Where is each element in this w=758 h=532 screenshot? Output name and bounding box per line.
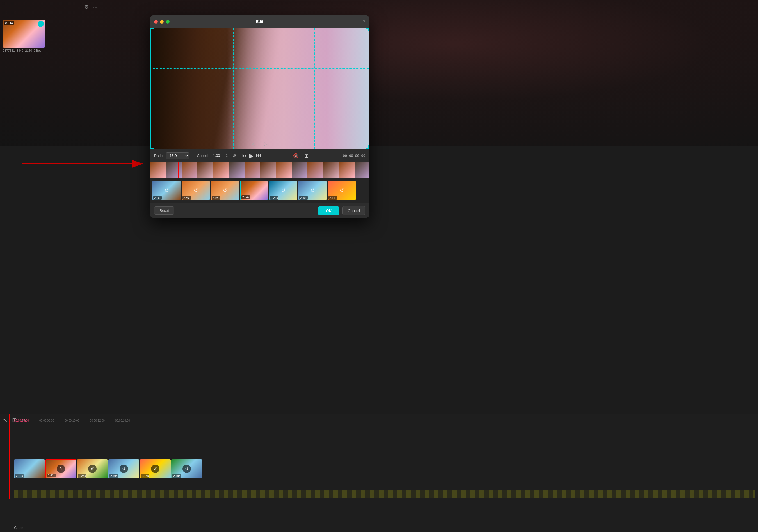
clip-duration-5: 2.44s (141, 474, 149, 478)
media-duration: 00:48 (4, 21, 14, 25)
thumb-2[interactable]: ↺ 2.56s (182, 181, 210, 200)
thumb-duration-2: 2.56s (183, 196, 191, 200)
timeline-clip-6[interactable]: ↺ 2.48s (171, 459, 202, 479)
clip-edit-icon: ✎ (57, 465, 65, 473)
clip-icon-5: ↺ (151, 465, 159, 473)
thumb-icon-1: ↺ (164, 187, 169, 194)
speed-down-button[interactable]: ▼ (226, 156, 228, 159)
filmstrip-frame-3 (182, 162, 197, 178)
ratio-label: Ratio (154, 154, 162, 158)
filter-icon[interactable]: ⚙ (84, 4, 89, 10)
thumb-4[interactable]: 2.64s (240, 181, 268, 200)
thumb-6[interactable]: ↺ 2.40s (298, 181, 327, 200)
filmstrip-frame-4 (197, 162, 213, 178)
thumb-1[interactable]: ↺ 2.16s (153, 181, 181, 200)
step-back-button[interactable]: ⏮ (242, 153, 247, 159)
volume-button[interactable]: 🔇 (293, 153, 299, 159)
reset-button[interactable]: Reset (154, 206, 174, 215)
crop-border[interactable] (150, 28, 369, 149)
speed-stepper[interactable]: ▲ ▼ (226, 153, 228, 159)
help-icon[interactable]: ? (363, 19, 365, 24)
crop-corner-tl[interactable] (151, 28, 154, 31)
more-icon[interactable]: ··· (93, 4, 97, 10)
clip-icon-6: ↺ (183, 465, 191, 473)
thumb-icon-3: ↺ (223, 187, 227, 194)
play-button[interactable]: ▶ (249, 152, 254, 160)
thumb-duration-4: 2.64s (241, 195, 250, 199)
seek-back-button[interactable]: ◁ (252, 141, 256, 147)
speed-up-button[interactable]: ▲ (226, 153, 228, 156)
top-toolbar: ⚙ ··· (84, 4, 97, 10)
audio-waveform (14, 490, 755, 498)
tick-1: 00:00:06:00 (14, 419, 39, 422)
filmstrip-frame-11 (307, 162, 323, 178)
audio-track (14, 490, 755, 498)
thumbnail-strip: ↺ 2.16s ↺ 2.56s ↺ 2.16s 2.64s ↺ 2.24s ↺ … (150, 178, 369, 203)
filmstrip-frame-9 (276, 162, 292, 178)
close-timeline-button[interactable]: Close (14, 525, 23, 530)
timeline-clip-3[interactable]: ↺ 2.24s (77, 459, 108, 479)
thumb-icon-2: ↺ (194, 187, 198, 194)
clip-icon-3: ↺ (88, 465, 97, 473)
filmstrip-frame-6 (229, 162, 245, 178)
crop-corner-bl[interactable] (151, 146, 154, 149)
tick-4: 00:00:12:00 (90, 419, 115, 422)
filmstrip (150, 162, 369, 178)
timeline-playhead (9, 414, 10, 499)
thumb-icon-6: ↺ (311, 187, 315, 194)
filmstrip-frame-5 (213, 162, 229, 178)
timeline-clip-2[interactable]: ✎ 2.64s (46, 459, 76, 479)
filmstrip-frame-8 (260, 162, 276, 178)
maximize-window-button[interactable] (166, 20, 170, 23)
crop-toggle-button[interactable]: ⊞ (304, 153, 309, 159)
timeline-clips: 2.16s ✎ 2.64s ↺ 2.24s ↺ 2.40s ↺ 2.44s (0, 459, 758, 482)
filmstrip-frame-12 (323, 162, 339, 178)
clip-duration-1: 2.16s (15, 474, 23, 478)
thumb-3[interactable]: ↺ 2.16s (211, 181, 239, 200)
minimize-window-button[interactable] (160, 20, 164, 23)
modal-controls: Ratio 16:9 Original 4:3 1:1 9:16 Speed 1… (150, 149, 369, 162)
speed-label: Speed (197, 154, 208, 158)
filmstrip-frame-1 (150, 162, 166, 178)
time-display: 00:00:00.00 (343, 154, 365, 158)
thumb-7[interactable]: ↺ 2.44s (327, 181, 356, 200)
thumb-duration-5: 2.24s (270, 196, 279, 200)
timeline-clip-5[interactable]: ↺ 2.44s (140, 459, 171, 479)
select-tool[interactable]: ↖ (3, 416, 8, 423)
clip-duration-4: 2.40s (110, 474, 118, 478)
filmstrip-playhead (178, 162, 179, 178)
left-panel: 00:48 ✓ 2377531_3840_2160_24fps (0, 17, 56, 55)
crop-corner-br[interactable] (365, 146, 369, 149)
edit-modal: Edit ? ◁ ▷ Ratio 16:9 (150, 16, 369, 218)
step-forward-button[interactable]: ⏭ (256, 153, 261, 159)
thumb-duration-6: 2.40s (299, 196, 308, 200)
seek-forward-button[interactable]: ▷ (264, 141, 268, 147)
filmstrip-frame-13 (339, 162, 355, 178)
thumb-icon-5: ↺ (281, 187, 286, 194)
timeline-clip-1[interactable]: 2.16s (14, 459, 45, 479)
media-thumbnail[interactable]: 00:48 ✓ (3, 20, 45, 48)
crop-corner-tr[interactable] (365, 28, 369, 31)
tick-2: 00:00:08:00 (39, 419, 65, 422)
filmstrip-frame-14 (355, 162, 369, 178)
thumb-duration-3: 2.16s (212, 196, 220, 200)
filmstrip-frame-2 (166, 162, 182, 178)
timeline-clip-4[interactable]: ↺ 2.40s (108, 459, 139, 479)
time-ruler: 00:00:06:00 00:00:08:00 00:00:10:00 00:0… (14, 414, 758, 422)
modal-titlebar: Edit ? (150, 16, 369, 28)
thumb-duration-1: 2.16s (153, 196, 162, 200)
timeline-area: ↖ ⊞ ✂ 00:00:06:00 00:00:08:00 00:00:10:0… (0, 414, 758, 532)
ok-button[interactable]: OK (318, 206, 339, 215)
modal-footer: Reset OK Cancel (150, 203, 369, 218)
filmstrip-frame-10 (292, 162, 307, 178)
ratio-select[interactable]: 16:9 Original 4:3 1:1 9:16 (166, 152, 189, 159)
close-window-button[interactable] (154, 20, 158, 23)
playback-controls: ⏮ ▶ ⏭ (242, 152, 261, 160)
tick-3: 00:00:10:00 (65, 419, 90, 422)
window-controls (154, 20, 170, 23)
thumb-5[interactable]: ↺ 2.24s (269, 181, 297, 200)
cancel-button[interactable]: Cancel (342, 206, 365, 215)
speed-reset-button[interactable]: ↺ (232, 153, 236, 159)
clip-duration-2: 2.64s (47, 474, 55, 477)
modal-title: Edit (256, 19, 263, 24)
